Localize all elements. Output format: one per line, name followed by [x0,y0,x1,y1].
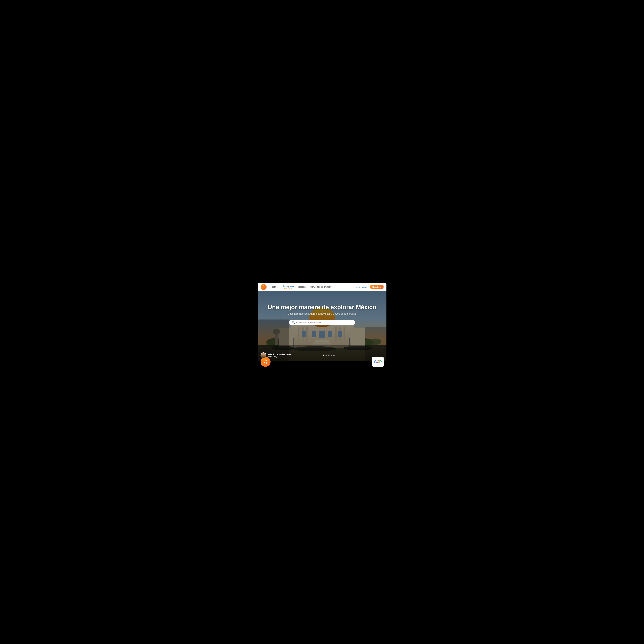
photo-place: Palacio de Bellas Artes [268,353,291,356]
search-bar: 🔍 [289,320,355,325]
avatar-face [261,353,266,358]
signin-link[interactable]: Iniciar sesión [356,286,368,288]
nav-nosotros[interactable]: Nosotros [298,286,306,288]
gcp-text: GCP [374,360,382,364]
photo-credit: Palacio de Bellas Artes Edgar Zúniga [261,352,291,358]
bottom-left-logo: Tu Yo [261,357,271,367]
navbar: Tu Yo Postales Club de Viaje ¡Muy Pronto… [258,283,386,291]
nav-club-de-viaje[interactable]: Club de Viaje ¡Muy Pronto! [282,285,294,289]
hero-subtitle: Descubre nuevos lugares para visitar a t… [258,312,386,315]
search-input[interactable] [296,321,352,324]
photo-author: Edgar Zúniga [268,356,291,358]
nav-right: Iniciar sesión Regístrate [356,285,384,289]
avatar [261,352,266,358]
photo-info: Palacio de Bellas Artes Edgar Zúniga [268,353,291,358]
outer-container: Tu Yo Postales Club de Viaje ¡Muy Pronto… [258,274,386,370]
nav-logo[interactable]: Tu Yo [261,284,267,290]
hero-content: Una mejor manera de explorar México Desc… [258,291,386,325]
dot-5[interactable] [333,355,335,356]
hero-section: Una mejor manera de explorar México Desc… [258,291,386,361]
main-card: Tu Yo Postales Club de Viaje ¡Muy Pronto… [258,283,386,361]
hero-bottom-bar: Palacio de Bellas Artes Edgar Zúniga [258,352,386,358]
register-button[interactable]: Regístrate [370,285,384,289]
dot-1[interactable] [323,355,324,356]
nav-links: Postales Club de Viaje ¡Muy Pronto! Noso… [271,285,352,289]
nav-postales[interactable]: Postales [271,286,279,288]
hero-title: Una mejor manera de explorar México [258,304,386,311]
gcp-logo: GCP [372,357,384,367]
dot-4[interactable] [331,355,332,356]
dot-2[interactable] [326,355,327,356]
nav-creador[interactable]: Conviértete en creador [310,286,331,288]
dot-3[interactable] [328,355,330,356]
search-icon: 🔍 [292,321,295,324]
carousel-dots [291,355,366,356]
